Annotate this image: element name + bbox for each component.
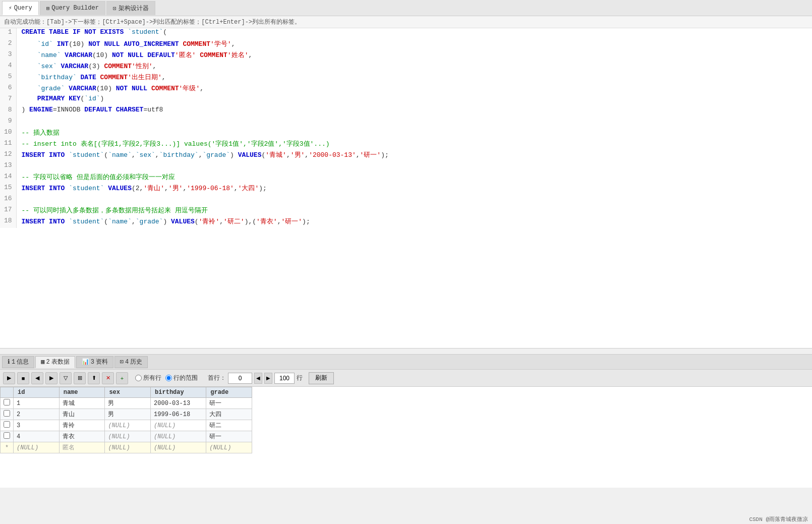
- col-header-birthday[interactable]: birthday: [151, 387, 206, 398]
- col-header-sex[interactable]: sex: [105, 387, 151, 398]
- code-token: (: [104, 218, 108, 225]
- table-cell-name: 青山: [59, 409, 105, 420]
- btn-export[interactable]: ⬆: [88, 372, 100, 384]
- row-checkbox-cell[interactable]: [1, 398, 14, 409]
- btn-table[interactable]: ⊞: [74, 372, 86, 384]
- data-table: id name sex birthday grade 1青城男2000-03-1…: [0, 387, 252, 453]
- horizontal-scrollbar[interactable]: [0, 348, 812, 355]
- table-row: *(NULL)匿名(NULL)(NULL)(NULL): [1, 442, 252, 453]
- rows-per-page-input[interactable]: [274, 373, 295, 384]
- code-token: [77, 74, 81, 81]
- btn-run[interactable]: ▶: [3, 372, 15, 384]
- tab-query-builder[interactable]: ⊞ Query Builder: [40, 1, 105, 15]
- code-token: `grade`: [136, 218, 163, 225]
- line-code[interactable]: PRIMARY KEY(`id`): [16, 95, 812, 106]
- code-token: (: [163, 28, 167, 36]
- line-code[interactable]: `name` VARCHAR(10) NOT NULL DEFAULT'匿名' …: [16, 50, 812, 62]
- chart-icon: 📊: [82, 358, 89, 366]
- code-editor[interactable]: 1CREATE TABLE IF NOT EXISTS `student`(2 …: [0, 28, 812, 348]
- table-cell-birthday: 2000-03-13: [151, 398, 206, 409]
- code-token: -- 可以同时插入多条数据，多条数据用括号括起来 用逗号隔开: [22, 207, 208, 214]
- result-tab-info[interactable]: ℹ 1 信息: [2, 356, 34, 368]
- line-code[interactable]: `sex` VARCHAR(3) COMMENT'性别',: [16, 62, 812, 73]
- line-code[interactable]: -- 可以同时插入多条数据，多条数据用括号括起来 用逗号隔开: [16, 206, 812, 217]
- col-header-checkbox: [1, 387, 14, 398]
- table-cell-grade: 研一: [206, 398, 252, 409]
- line-code[interactable]: `grade` VARCHAR(10) NOT NULL COMMENT'年级'…: [16, 84, 812, 95]
- line-number: 1: [0, 28, 16, 39]
- line-code[interactable]: [16, 195, 812, 206]
- result-tab-tabledata[interactable]: ▦ 2 表数据: [35, 356, 75, 368]
- table-cell-name: 青袊: [59, 420, 105, 431]
- row-checkbox-cell[interactable]: *: [1, 442, 14, 453]
- radio-range-label[interactable]: 行的范围: [165, 374, 198, 382]
- footer: CSDN @雨落青城夜微凉: [745, 514, 812, 524]
- code-token: ,: [200, 85, 204, 92]
- line-number: 2: [0, 39, 16, 50]
- tab-query[interactable]: ⚡ Query: [2, 1, 39, 15]
- code-token: '大四': [238, 185, 259, 192]
- radio-all-rows-label[interactable]: 所有行: [135, 374, 161, 382]
- row-checkbox[interactable]: [4, 399, 10, 405]
- first-row-input[interactable]: [228, 373, 252, 384]
- code-token: [65, 85, 69, 92]
- data-table-wrapper[interactable]: id name sex birthday grade 1青城男2000-03-1…: [0, 387, 812, 488]
- code-token: [22, 85, 37, 92]
- line-code[interactable]: `id` INT(10) NOT NULL AUTO_INCREMENT COM…: [16, 39, 812, 50]
- result-tab-info2[interactable]: 📊 3 资料: [76, 356, 113, 368]
- line-code[interactable]: CREATE TABLE IF NOT EXISTS `student`(: [16, 28, 812, 39]
- line-code[interactable]: `birthday` DATE COMMENT'出生日期',: [16, 73, 812, 84]
- line-code[interactable]: -- 字段可以省略 但是后面的值必须和字段一一对应: [16, 172, 812, 184]
- btn-add[interactable]: +: [116, 372, 128, 384]
- code-line: 18INSERT INTO `student`(`name`,`grade`) …: [0, 217, 812, 228]
- line-code[interactable]: INSERT INTO `student` VALUES(2,'青山','男',…: [16, 184, 812, 195]
- line-code[interactable]: -- insert into 表名[(字段1,字段2,字段3...)] valu…: [16, 139, 812, 150]
- line-number: 18: [0, 217, 16, 228]
- line-code[interactable]: [16, 117, 812, 128]
- btn-prev[interactable]: ◀: [31, 372, 43, 384]
- code-token: '青城': [265, 151, 286, 159]
- nav-next-btn[interactable]: ▶: [264, 373, 272, 384]
- table-cell-sex: (NULL): [105, 442, 151, 453]
- btn-delete[interactable]: ✕: [102, 372, 114, 384]
- code-token: '研一': [360, 151, 381, 159]
- code-token: COMMENT: [200, 51, 227, 59]
- code-token: '匿名': [175, 51, 196, 59]
- line-code[interactable]: INSERT INTO `student`(`name`,`sex`,`birt…: [16, 150, 812, 161]
- table-cell-grade: (NULL): [206, 442, 252, 453]
- code-token: (: [195, 218, 199, 225]
- row-checkbox-cell[interactable]: [1, 420, 14, 431]
- row-checkbox[interactable]: [4, 410, 10, 417]
- line-number: 15: [0, 184, 16, 195]
- row-checkbox-cell[interactable]: [1, 409, 14, 420]
- row-checkbox-cell[interactable]: [1, 431, 14, 442]
- line-code[interactable]: [16, 161, 812, 172]
- code-token: '青山': [143, 185, 164, 192]
- btn-filter[interactable]: ▽: [60, 372, 72, 384]
- code-line: 7 PRIMARY KEY(`id`): [0, 95, 812, 106]
- query-icon: ⚡: [9, 5, 12, 11]
- btn-next-page[interactable]: ▶: [45, 372, 57, 384]
- tabledata-icon: ▦: [41, 358, 44, 366]
- radio-all-rows[interactable]: [135, 375, 142, 381]
- code-token: -- 字段可以省略 但是后面的值必须和字段一一对应: [22, 173, 175, 181]
- nav-prev-btn[interactable]: ◀: [254, 373, 262, 384]
- code-token: INSERT INTO: [22, 218, 69, 225]
- line-code[interactable]: ) ENGINE=INNODB DEFAULT CHARSET=utf8: [16, 106, 812, 117]
- col-header-name[interactable]: name: [59, 387, 105, 398]
- col-header-id[interactable]: id: [14, 387, 60, 398]
- line-code[interactable]: INSERT INTO `student`(`name`,`grade`) VA…: [16, 217, 812, 228]
- btn-stop[interactable]: ■: [17, 372, 29, 384]
- col-header-grade[interactable]: grade: [206, 387, 252, 398]
- radio-range[interactable]: [165, 375, 172, 381]
- row-checkbox[interactable]: [4, 432, 10, 439]
- line-code[interactable]: -- 插入数据: [16, 128, 812, 139]
- row-checkbox[interactable]: [4, 421, 10, 428]
- tab-schema-designer[interactable]: ⊡ 架构设计器: [106, 1, 155, 15]
- table-cell-birthday: 1999-06-18: [151, 409, 206, 420]
- code-line: 15INSERT INTO `student` VALUES(2,'青山','男…: [0, 184, 812, 195]
- table-cell-name: 青城: [59, 398, 105, 409]
- code-token: '研二': [223, 218, 245, 225]
- refresh-button[interactable]: 刷新: [309, 372, 334, 384]
- result-tab-history[interactable]: ⊡ 4 历史: [114, 356, 148, 368]
